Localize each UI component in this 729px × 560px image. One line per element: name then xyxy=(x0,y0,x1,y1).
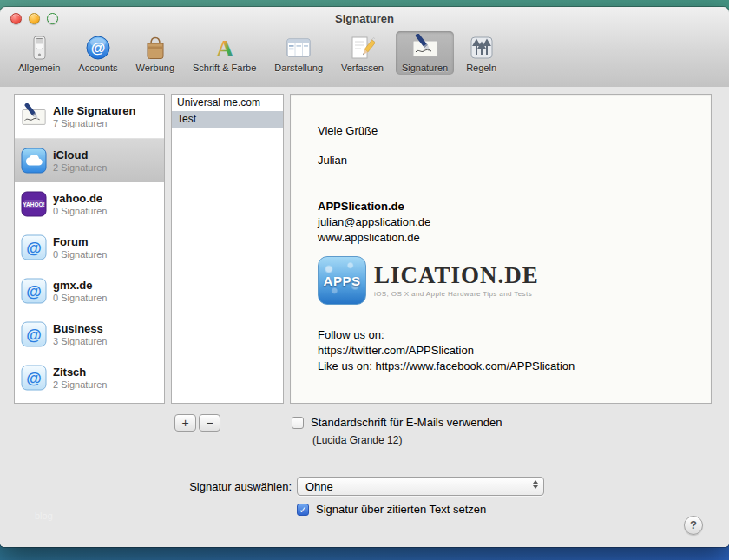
quote-checkbox-row[interactable]: ✓ Signatur über zitierten Text setzen xyxy=(297,503,486,516)
toolbar-item-verfassen[interactable]: Verfassen xyxy=(335,31,390,75)
signature-divider xyxy=(318,188,562,188)
svg-text:A: A xyxy=(216,35,234,61)
toolbar-item-label: Darstellung xyxy=(274,63,323,73)
account-name: Alle Signaturen xyxy=(53,104,135,118)
logo-tagline: iOS, OS X and Apple Hardware Tips and Te… xyxy=(374,290,539,298)
yahoo-icon: YAHOO! xyxy=(21,191,47,217)
account-row-icloud[interactable]: iCloud 2 Signaturen xyxy=(15,139,164,182)
preview-email: julian@appslication.de xyxy=(318,214,695,230)
accounts-at-icon: @ xyxy=(84,34,112,62)
at-account-icon: @ xyxy=(21,278,47,304)
appslication-logo-icon: APPS xyxy=(318,256,366,305)
compose-pencil-icon xyxy=(348,34,376,62)
svg-text:YAHOO!: YAHOO! xyxy=(23,201,44,208)
default-font-checkbox[interactable] xyxy=(292,417,304,429)
quote-checkbox[interactable]: ✓ xyxy=(297,504,309,516)
preferences-content: Alle Signaturen 7 Signaturen iCloud 2 Si… xyxy=(0,87,729,547)
account-count: 2 Signaturen xyxy=(53,162,107,174)
account-count: 0 Signaturen xyxy=(53,293,107,304)
toolbar-item-signaturen[interactable]: Signaturen xyxy=(396,31,454,75)
dropdown-arrows-icon xyxy=(533,480,538,489)
toolbar-item-werbung[interactable]: Werbung xyxy=(130,31,181,75)
viewer-window-icon xyxy=(285,34,312,62)
toolbar-item-label: Regeln xyxy=(466,63,496,73)
at-account-icon: @ xyxy=(21,234,47,260)
at-account-icon: @ xyxy=(21,321,47,347)
icloud-icon xyxy=(21,148,47,174)
window-title: Signaturen xyxy=(0,7,729,30)
account-row-gmx[interactable]: @ gmx.de 0 Signaturen xyxy=(15,269,164,313)
account-count: 2 Signaturen xyxy=(53,379,107,391)
watermark-text: blog xyxy=(35,511,53,521)
toolbar-item-allgemein[interactable]: Allgemein xyxy=(12,31,66,75)
default-font-checkbox-row[interactable]: Standardschrift für E-Mails verwenden xyxy=(292,416,502,429)
preview-greeting: Viele Grüße xyxy=(318,123,695,139)
at-account-icon: @ xyxy=(21,365,47,391)
account-count: 7 Signaturen xyxy=(53,118,135,129)
close-button[interactable] xyxy=(10,13,22,24)
dropdown-value: Ohne xyxy=(305,480,333,493)
account-name: Business xyxy=(53,322,107,336)
logo-wordmark: LICATION.DE xyxy=(374,263,539,287)
window-controls xyxy=(10,13,58,24)
preview-facebook-link: Like us on: https://www.facebook.com/APP… xyxy=(318,359,695,374)
preview-follow: Follow us on: xyxy=(318,327,695,343)
preview-company: APPSlication.de xyxy=(318,199,695,214)
signatures-list: Universal me.com Test xyxy=(171,94,284,404)
all-signatures-pen-icon xyxy=(21,103,47,129)
account-row-zitsch[interactable]: @ Zitsch 2 Signaturen xyxy=(15,356,164,399)
account-row-alle-signaturen[interactable]: Alle Signaturen 7 Signaturen xyxy=(15,95,164,139)
account-name: Zitsch xyxy=(53,366,107,379)
signature-item-universal[interactable]: Universal me.com xyxy=(172,95,283,111)
signature-item-test[interactable]: Test xyxy=(172,111,283,128)
preview-name: Julian xyxy=(318,153,695,168)
toolbar-item-schrift-farbe[interactable]: A Schrift & Farbe xyxy=(187,31,262,75)
account-count: 0 Signaturen xyxy=(53,206,107,217)
remove-signature-button[interactable]: − xyxy=(199,414,220,432)
toolbar-item-label: Accounts xyxy=(78,63,117,73)
accounts-list: Alle Signaturen 7 Signaturen iCloud 2 Si… xyxy=(14,94,165,404)
help-button[interactable]: ? xyxy=(684,516,703,535)
choose-signature-dropdown[interactable]: Ohne xyxy=(297,477,544,496)
svg-text:@: @ xyxy=(26,326,42,344)
account-row-yahoo[interactable]: YAHOO! yahoo.de 0 Signaturen xyxy=(15,182,164,226)
toolbar-item-accounts[interactable]: @ Accounts xyxy=(72,31,123,75)
account-name: Forum xyxy=(53,235,107,249)
preferences-toolbar: Allgemein @ Accounts xyxy=(0,30,729,75)
svg-text:@: @ xyxy=(91,40,106,56)
default-font-label: Standardschrift für E-Mails verwenden xyxy=(311,416,502,429)
titlebar[interactable]: Signaturen xyxy=(0,7,729,30)
mail-preferences-window: Signaturen Allgemein xyxy=(0,7,729,547)
quote-checkbox-label: Signatur über zitierten Text setzen xyxy=(316,503,486,516)
add-signature-button[interactable]: + xyxy=(174,414,196,432)
toolbar-item-label: Schrift & Farbe xyxy=(193,63,256,73)
toolbar-item-regeln[interactable]: Regeln xyxy=(460,31,502,75)
account-name: yahoo.de xyxy=(53,192,107,206)
toolbar-item-label: Allgemein xyxy=(18,63,60,73)
account-row-business[interactable]: @ Business 3 Signaturen xyxy=(15,313,164,356)
account-row-forum[interactable]: @ Forum 0 Signaturen xyxy=(15,226,164,269)
choose-signature-label: Signatur auswählen: xyxy=(87,480,292,493)
general-switch-icon xyxy=(25,34,53,62)
preview-twitter-link: https://twitter.com/APPSlication xyxy=(318,343,695,359)
signature-preview: Viele Grüße Julian APPSlication.de julia… xyxy=(290,94,712,404)
minimize-button[interactable] xyxy=(29,13,40,24)
toolbar-item-label: Signaturen xyxy=(402,63,448,73)
account-count: 3 Signaturen xyxy=(53,336,107,347)
junk-bag-icon xyxy=(141,34,169,62)
preview-website: www.appslication.de xyxy=(318,230,695,246)
account-name: gmx.de xyxy=(53,279,107,293)
svg-text:@: @ xyxy=(26,370,42,387)
appslication-logo: APPS LICATION.DE iOS, OS X and Apple Har… xyxy=(318,256,695,305)
zoom-button[interactable] xyxy=(47,13,58,24)
svg-text:@: @ xyxy=(26,283,42,300)
account-name: iCloud xyxy=(53,148,107,162)
rules-icon xyxy=(468,34,496,62)
svg-text:@: @ xyxy=(26,240,42,257)
default-font-detail: (Lucida Grande 12) xyxy=(312,434,402,446)
toolbar-item-label: Verfassen xyxy=(341,63,384,73)
toolbar-item-darstellung[interactable]: Darstellung xyxy=(268,31,329,75)
fonts-colors-icon: A xyxy=(211,34,239,62)
account-count: 0 Signaturen xyxy=(53,249,107,260)
signature-pen-icon xyxy=(411,34,439,62)
